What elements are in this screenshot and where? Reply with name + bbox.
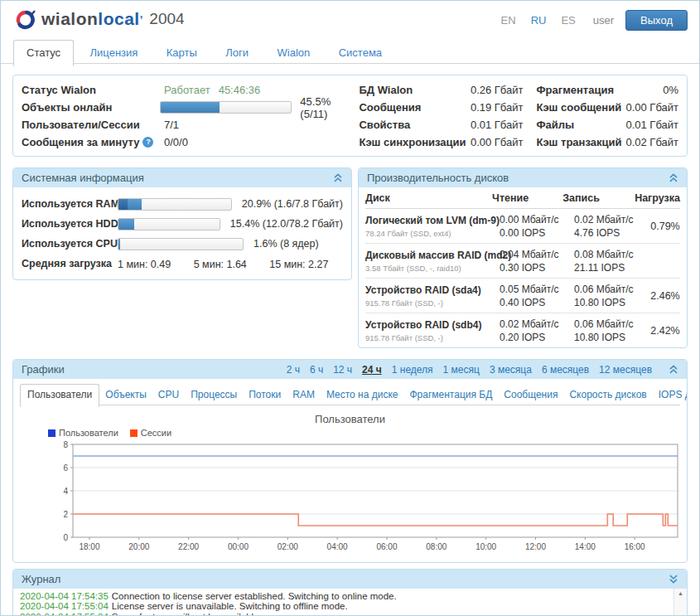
tab-status[interactable]: Статус [13,40,74,66]
journal-header: Журнал [13,570,687,589]
tab-wialon[interactable]: Wialon [265,41,323,65]
expand-down-icon[interactable] [669,575,678,584]
write-speed: 0.06 Мбайт/с [574,318,650,331]
chart-tab-threads[interactable]: Потоки [243,384,287,406]
read-iops: 0.00 IOPS [500,226,574,240]
chart-tab-ram[interactable]: RAM [287,384,321,406]
write-iops: 21.11 IOPS [574,261,650,274]
hdd-value: 15.4% (12.0/78.2 Гбайт) [230,218,343,230]
collapse-up-icon[interactable] [669,365,678,374]
col-read: Чтение [492,192,562,204]
chart-tab-disk-iops[interactable]: IOPS дисков [653,384,688,406]
range-12months[interactable]: 12 месяцев [599,364,652,376]
ram-progressbar [118,198,232,211]
scroll-up-icon[interactable]: ▲ [674,589,687,598]
status-row-messages: Сообщения за минуту ? 0/0/0 [22,133,359,151]
collapse-up-icon[interactable] [669,173,678,182]
lang-ru-link[interactable]: RU [531,14,547,27]
messages-size-label: Сообщения [359,99,465,116]
svg-text:2: 2 [63,510,68,519]
range-1month[interactable]: 1 месяц [443,364,480,376]
svg-text:6: 6 [63,463,68,473]
read-iops: 0.40 IOPS [500,296,574,309]
tab-maps[interactable]: Карты [154,41,210,65]
help-icon[interactable]: ? [142,137,153,148]
tab-logs[interactable]: Логи [213,41,261,65]
sessions-legend-label: Сессии [141,428,171,438]
chart-tab-objects[interactable]: Объекты [99,384,152,406]
chart-tab-disk-space[interactable]: Место на диске [321,384,404,406]
system-info-body: Используется RAM 20.9% (1.6/7.8 Гбайт) И… [13,187,351,279]
tab-license[interactable]: Лицензия [78,41,151,65]
range-24h[interactable]: 24 ч [362,364,382,376]
chart-tab-processes[interactable]: Процессы [185,384,243,406]
objects-online-value: 45.5% (5/11) [300,95,359,120]
range-6months[interactable]: 6 месяцев [542,364,589,376]
messages-per-minute-value: 0/0/0 [164,136,188,148]
brand: wialonlocalʼ 2004 [16,8,185,30]
chart-tab-messages[interactable]: Сообщения [498,384,563,406]
chart-tab-cpu[interactable]: CPU [152,384,185,406]
topbar-right: EN RU ES user Выход [494,10,688,31]
table-row: Устройство RAID (sdb4) 915.78 Гбайт (SSD… [365,313,680,347]
chart-tab-users[interactable]: Пользователи [20,384,99,407]
list-item: 2020-04-04 17:54:35Connection to license… [20,591,667,601]
cpu-row: Используется CPU 1.6% (8 ядер) [22,234,343,254]
brand-local: local [98,9,139,29]
legend-item-sessions: Сессии [130,428,171,438]
range-3months[interactable]: 3 месяца [490,364,532,376]
disk-load: 0.79% [650,221,680,232]
load-average-row: Средняя загрузка 1 мин: 0.49 5 мин: 1.64… [22,254,343,274]
log-timestamp: 2020-04-04 17:55:04 [20,612,109,616]
list-item: 2020-04-04 17:55:04License server is una… [20,601,667,611]
table-row: Логический том LVM (dm-9) 78.24 Гбайт (S… [365,209,680,244]
log-timestamp: 2020-04-04 17:55:04 [20,601,109,611]
log-timestamp: 2020-04-04 17:54:35 [20,591,109,601]
list-item: 2020-04-04 17:55:04Some features will no… [20,612,667,616]
wialon-logo-icon [16,8,36,30]
disk-info: 915.78 Гбайт (SSD, -) [365,298,500,308]
table-row: Дисковый массив RAID (md2) 3.58 Тбайт (S… [365,244,680,279]
messages-size-value: 0.19 Гбайт [465,99,523,116]
svg-text:16:00: 16:00 [625,542,645,551]
range-1week[interactable]: 1 неделя [392,364,433,376]
chart-tab-db-fragmentation[interactable]: Фрагментация БД [403,384,498,406]
sessions-legend-swatch [130,429,138,437]
logout-button[interactable]: Выход [625,10,688,31]
disk-info: 3.58 Тбайт (SSD, -, raid10) [365,264,500,273]
log-message: Connection to license server established… [112,591,397,601]
disk-name: Дисковый массив RAID (md2) [365,250,500,261]
range-12h[interactable]: 12 ч [333,364,352,376]
read-speed: 0.00 Мбайт/с [500,213,574,226]
mid-row: Системная информация Используется RAM 20… [12,167,688,348]
objects-online-label: Объекты онлайн [22,101,160,114]
lang-es-link[interactable]: ES [561,14,575,27]
range-2h[interactable]: 2 ч [287,364,300,376]
legend-item-users: Пользователи [48,428,118,438]
tab-system[interactable]: Система [326,41,394,65]
read-speed: 0.05 Мбайт/с [500,283,574,296]
disk-table-header: Диск Чтение Запись Нагрузка [365,187,680,209]
objects-online-progress-fill [161,102,220,113]
collapse-up-icon[interactable] [333,173,343,182]
cpu-value: 1.6% (8 ядер) [253,238,319,250]
users-sessions-value: 7/1 [164,119,179,131]
users-legend-swatch [48,429,56,437]
db-wialon-value: 0.26 Гбайт [465,81,523,99]
ram-value: 20.9% (1.6/7.8 Гбайт) [242,198,343,210]
svg-text:8: 8 [63,440,68,449]
read-speed: 0.04 Мбайт/с [500,248,574,261]
lang-en-link[interactable]: EN [501,14,516,27]
users-legend-label: Пользователи [59,428,118,438]
col-load: Нагрузка [635,192,680,204]
db-wialon-label: БД Wialon [359,81,465,99]
range-6h[interactable]: 6 ч [310,364,323,376]
users-sessions-label: Пользователи/Сессии [22,119,164,131]
status-row-objects: Объекты онлайн 45.5% (5/11) [22,99,359,116]
write-speed: 0.08 Мбайт/с [574,248,650,261]
chart-tab-disk-speed[interactable]: Скорость дисков [563,384,652,406]
journal-scrollbar[interactable]: ▲ ▼ [673,589,687,616]
disk-info: 78.24 Гбайт (SSD, ext4) [365,229,500,238]
ram-label: Используется RAM [22,198,118,210]
status-panel: Статус Wialon Работает 45:46:36 Объекты … [12,75,688,157]
